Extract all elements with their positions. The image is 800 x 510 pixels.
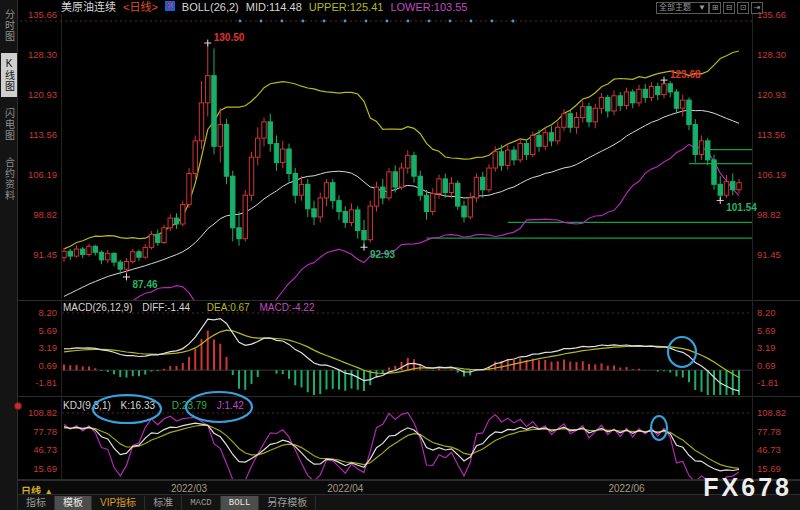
candle-body	[106, 253, 110, 260]
candle-body	[731, 182, 735, 190]
candle-body	[156, 234, 160, 242]
toolbar-tab-1[interactable]: 模板	[55, 496, 92, 510]
boll-upper-value: UPPER:125.41	[309, 1, 384, 13]
candle-body	[637, 89, 641, 103]
candle-body	[612, 96, 616, 111]
chart-canvas[interactable]: 135.66135.66128.30128.30120.93120.93113.…	[0, 0, 800, 510]
candle-body	[418, 176, 422, 195]
candle-body	[518, 144, 522, 160]
sidebar-tab-1[interactable]: K线图	[1, 53, 17, 97]
blue-dot	[239, 20, 242, 23]
candle-body	[168, 218, 172, 228]
x-axis-date-0: 2022/03	[166, 483, 212, 494]
candle-body	[243, 195, 247, 238]
candle-body	[699, 141, 703, 155]
candle-body	[299, 184, 303, 195]
candle-body	[424, 195, 428, 211]
candle-body	[737, 183, 741, 190]
svg-text:101.54: 101.54	[726, 202, 757, 213]
blue-dot	[512, 20, 515, 23]
macd-pane	[64, 319, 739, 404]
toolbar-tab-5[interactable]: BOLL	[221, 496, 260, 510]
blue-circle-annotations[interactable]	[93, 20, 696, 440]
bottom-toolbar: 指标模板VIP指标标准MACDBOLL另存模板	[18, 494, 800, 510]
candle-body	[312, 209, 316, 217]
svg-text:8.20: 8.20	[757, 307, 776, 318]
svg-text:0.69: 0.69	[757, 360, 776, 371]
candle-body	[293, 173, 297, 195]
svg-text:123.68: 123.68	[670, 69, 701, 80]
svg-text:0.69: 0.69	[39, 360, 58, 371]
kdj-pane	[64, 413, 739, 488]
theme-dropdown[interactable]: 全部主题 ▼	[656, 2, 709, 14]
candle-body	[674, 92, 678, 108]
svg-text:77.78: 77.78	[33, 426, 57, 437]
candle-body	[531, 135, 535, 154]
candle-body	[681, 100, 685, 108]
candle-body	[593, 108, 597, 122]
period-tag[interactable]: <日线>	[123, 1, 158, 13]
candle-body	[574, 118, 578, 128]
candle-body	[456, 183, 460, 206]
svg-text:98.82: 98.82	[33, 209, 57, 220]
kdj-k-value: KDJ(9,3,1) K:16.33	[63, 400, 162, 411]
svg-text:15.69: 15.69	[757, 463, 781, 474]
svg-text:128.30: 128.30	[757, 49, 786, 60]
candle-body	[462, 206, 466, 217]
candle-body	[581, 107, 585, 118]
svg-text:-1.81: -1.81	[35, 377, 57, 388]
toolbar-tab-3[interactable]: 标准	[145, 496, 182, 510]
candle-body	[87, 246, 91, 254]
left-sidebar: 分时图K线图闪电图合约资料	[0, 0, 18, 510]
candle-body	[537, 135, 541, 146]
tile-windows-icon[interactable]: ⊡	[737, 2, 749, 14]
blue-dot	[344, 20, 347, 23]
svg-text:130.50: 130.50	[214, 32, 245, 43]
blue-dot	[365, 20, 368, 23]
candle-body	[487, 168, 491, 190]
candle-body	[249, 157, 253, 195]
candle-body	[606, 97, 610, 111]
svg-text:91.45: 91.45	[757, 249, 781, 260]
toolbar-tab-0[interactable]: 指标	[18, 496, 55, 510]
bollinger-bands	[64, 51, 739, 344]
svg-text:98.82: 98.82	[757, 209, 781, 220]
support-line-annotations[interactable]	[427, 150, 753, 239]
kdj-d-value: D:23.79	[172, 400, 207, 411]
blue-dot	[323, 20, 326, 23]
candle-body	[718, 184, 722, 195]
candle-body	[162, 228, 166, 243]
toolbar-tab-4[interactable]: MACD	[182, 496, 221, 510]
blue-dot	[491, 20, 494, 23]
candle-body	[93, 246, 97, 252]
candle-body	[724, 182, 728, 196]
svg-text:3.19: 3.19	[39, 342, 58, 353]
dock-panel-icon[interactable]: ⇥	[751, 2, 763, 14]
toolbar-tab-2[interactable]: VIP指标	[92, 496, 145, 510]
x-axis-date-1: 2022/04	[322, 483, 368, 494]
blue-dot	[302, 20, 305, 23]
grid-layout-icon[interactable]: ⊞	[709, 2, 721, 14]
blue-dot	[386, 20, 389, 23]
kdj-j-value: J:1.42	[217, 400, 244, 411]
candle-body	[662, 84, 666, 95]
candle-body	[349, 210, 353, 223]
candle-body	[543, 133, 547, 147]
svg-text:87.46: 87.46	[133, 279, 158, 290]
candle-body	[556, 127, 560, 141]
svg-text:135.66: 135.66	[28, 9, 57, 20]
svg-text:46.73: 46.73	[757, 444, 781, 455]
indicator-alert-icon[interactable]	[14, 402, 22, 410]
svg-text:120.93: 120.93	[757, 89, 786, 100]
sidebar-tab-2[interactable]: 闪电图	[1, 103, 17, 146]
sidebar-tab-3[interactable]: 合约资料	[1, 152, 17, 206]
blue-dot	[428, 20, 431, 23]
cascade-windows-icon[interactable]: ⊟	[723, 2, 735, 14]
boll-indicator-label: BOLL(26,2)	[182, 1, 239, 13]
toolbar-tab-6[interactable]: 另存模板	[259, 496, 316, 510]
candlestick-layer[interactable]	[62, 43, 741, 277]
svg-text:92.93: 92.93	[370, 249, 395, 260]
sidebar-tab-0[interactable]: 分时图	[1, 4, 17, 47]
svg-text:5.69: 5.69	[39, 325, 58, 336]
candle-body	[268, 122, 272, 144]
